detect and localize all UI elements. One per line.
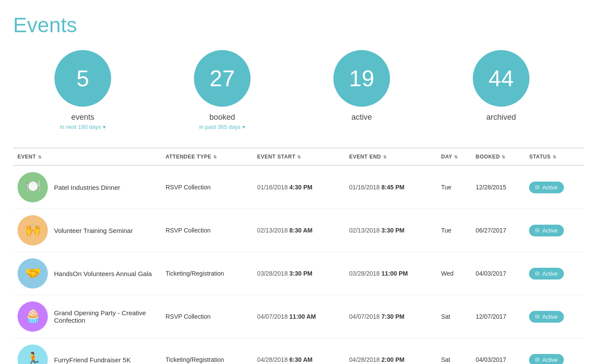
stat-number-active: 19: [349, 65, 374, 91]
event-cell-3: 🤝HandsOn Volunteers Annual Gala: [13, 252, 161, 295]
status-badge[interactable]: Active: [529, 225, 563, 236]
stat-label-archived: archived: [486, 113, 516, 122]
status-badge[interactable]: Active: [529, 354, 563, 364]
svg-text:🏃: 🏃: [25, 351, 41, 364]
col-header-status[interactable]: STATUS⇅: [525, 148, 584, 165]
event-day-4: Sat: [437, 295, 471, 338]
event-start-3: 03/28/2018 3:30 PM: [253, 252, 345, 295]
stat-circle-archived: 44: [473, 50, 529, 107]
event-end-1: 01/16/2018 8:45 PM: [345, 165, 437, 209]
stats-row: 5eventsin next 180 days27bookedin past 3…: [13, 50, 584, 130]
event-cell-5: 🏃FurryFriend Fundraiser 5K: [13, 338, 161, 364]
event-cell-1: 🍽️Patel Industries Dinner: [13, 165, 161, 209]
svg-text:🍽️: 🍽️: [25, 179, 41, 193]
event-cell-4: 🧁Grand Opening Party - Creative Confecti…: [13, 295, 161, 338]
event-thumb-5: 🏃: [17, 344, 48, 364]
event-day-2: Tue: [437, 209, 471, 252]
sort-icon: ⇅: [383, 155, 387, 159]
page-title: Events: [13, 13, 584, 37]
stat-item-events: 5eventsin next 180 days: [13, 50, 153, 130]
event-status-3[interactable]: Active: [525, 252, 584, 295]
event-start-1: 01/16/2018 4:30 PM: [253, 165, 345, 209]
stat-circle-active: 19: [333, 50, 390, 107]
stat-circle-booked: 27: [194, 50, 251, 107]
stat-number-booked: 27: [210, 65, 235, 91]
event-end-3: 03/28/2018 11:00 PM: [345, 252, 437, 295]
event-day-3: Wed: [437, 252, 471, 295]
attendee-type-4: RSVP Collection: [161, 295, 253, 338]
event-end-4: 04/07/2018 7:30 PM: [345, 295, 437, 338]
event-start-4: 04/07/2018 11:00 AM: [253, 295, 345, 338]
sort-icon: ⇅: [38, 155, 42, 159]
event-day-5: Sat: [437, 338, 471, 364]
col-header-day[interactable]: DAY⇅: [437, 148, 471, 165]
event-name-4[interactable]: Grand Opening Party - Creative Confectio…: [54, 309, 157, 324]
event-name-3[interactable]: HandsOn Volunteers Annual Gala: [54, 270, 152, 277]
svg-text:🙌: 🙌: [25, 222, 41, 238]
event-name-1[interactable]: Patel Industries Dinner: [54, 184, 120, 191]
table-row: 🤝HandsOn Volunteers Annual GalaTicketing…: [13, 252, 584, 295]
event-thumb-1: 🍽️: [17, 172, 48, 202]
event-name-2[interactable]: Volunteer Training Seminar: [54, 227, 133, 234]
table-row: 🧁Grand Opening Party - Creative Confecti…: [13, 295, 584, 338]
stat-label-events: events: [71, 113, 94, 122]
event-booked-5: 04/03/2017: [471, 338, 525, 364]
table-row: 🙌Volunteer Training SeminarRSVP Collecti…: [13, 209, 584, 252]
event-booked-1: 12/28/2015: [471, 165, 525, 209]
event-status-1[interactable]: Active: [525, 165, 584, 209]
col-header-eventEnd[interactable]: EVENT END⇅: [345, 148, 437, 165]
event-thumb-4: 🧁: [17, 301, 48, 332]
sort-icon: ⇅: [297, 155, 301, 159]
event-booked-4: 12/07/2017: [471, 295, 525, 338]
col-header-booked[interactable]: BOOKED⇅: [471, 148, 525, 165]
table-row: 🍽️Patel Industries DinnerRSVP Collection…: [13, 165, 584, 209]
event-start-5: 04/28/2018 6:30 AM: [253, 338, 345, 364]
svg-text:🧁: 🧁: [25, 308, 41, 324]
sort-icon: ⇅: [213, 155, 217, 159]
stat-number-events: 5: [77, 65, 89, 91]
event-cell-2: 🙌Volunteer Training Seminar: [13, 209, 161, 252]
stat-label-active: active: [351, 113, 372, 122]
stat-number-archived: 44: [488, 65, 514, 91]
col-header-eventStart[interactable]: EVENT START⇅: [253, 148, 345, 165]
stat-sublabel-events[interactable]: in next 180 days: [60, 124, 105, 130]
attendee-type-1: RSVP Collection: [161, 165, 253, 209]
attendee-type-3: Ticketing/Registration: [161, 252, 253, 295]
table-header: EVENT⇅ATTENDEE TYPE⇅EVENT START⇅EVENT EN…: [13, 148, 584, 165]
stat-sublabel-booked[interactable]: in past 365 days: [199, 124, 245, 130]
event-status-2[interactable]: Active: [525, 209, 584, 252]
stat-circle-events: 5: [54, 50, 111, 107]
event-day-1: Tue: [437, 165, 471, 209]
stat-item-active: 19active: [292, 50, 431, 130]
status-badge[interactable]: Active: [529, 311, 563, 323]
stat-item-booked: 27bookedin past 365 days: [153, 50, 292, 130]
event-thumb-2: 🙌: [17, 215, 48, 246]
event-status-4[interactable]: Active: [525, 295, 584, 338]
event-booked-3: 04/03/2017: [471, 252, 525, 295]
sort-icon: ⇅: [553, 155, 556, 159]
events-table: EVENT⇅ATTENDEE TYPE⇅EVENT START⇅EVENT EN…: [13, 148, 584, 364]
event-booked-2: 06/27/2017: [471, 209, 525, 252]
event-end-2: 02/13/2018 3:30 PM: [345, 209, 437, 252]
sort-icon: ⇅: [454, 155, 458, 159]
status-badge[interactable]: Active: [529, 182, 563, 193]
table-body: 🍽️Patel Industries DinnerRSVP Collection…: [13, 165, 584, 364]
stat-item-archived: 44archived: [431, 50, 571, 130]
col-header-attendeeType[interactable]: ATTENDEE TYPE⇅: [161, 148, 253, 165]
sort-icon: ⇅: [502, 155, 505, 159]
event-end-5: 04/28/2018 2:00 PM: [345, 338, 437, 364]
event-status-5[interactable]: Active: [525, 338, 584, 364]
event-thumb-3: 🤝: [17, 258, 48, 289]
event-name-5[interactable]: FurryFriend Fundraiser 5K: [54, 356, 131, 364]
attendee-type-2: RSVP Collection: [161, 209, 253, 252]
event-start-2: 02/13/2018 8:30 AM: [253, 209, 345, 252]
status-badge[interactable]: Active: [529, 268, 563, 280]
stat-label-booked: booked: [209, 113, 235, 122]
col-header-event[interactable]: EVENT⇅: [13, 148, 161, 165]
table-row: 🏃FurryFriend Fundraiser 5KTicketing/Regi…: [13, 338, 584, 364]
svg-text:🤝: 🤝: [25, 265, 41, 281]
attendee-type-5: Ticketing/Registration: [161, 338, 253, 364]
